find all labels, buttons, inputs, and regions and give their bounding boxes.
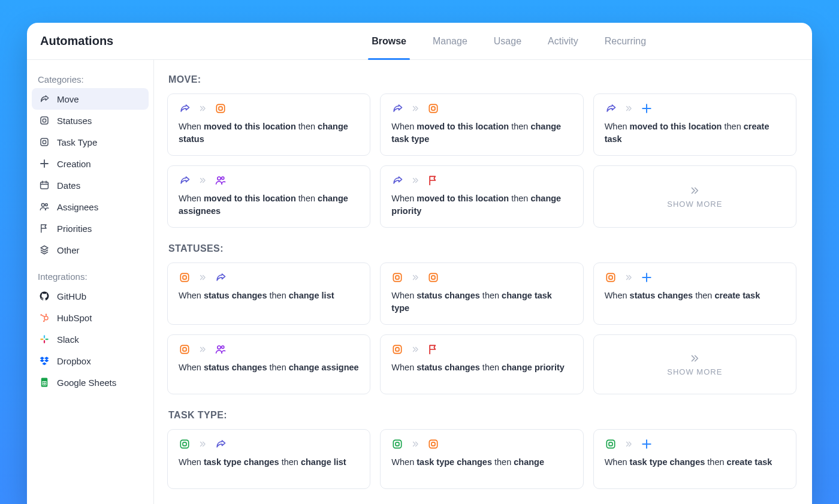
card-text: When status changes then change assignee xyxy=(179,361,359,374)
sidebar-item-google-sheets[interactable]: Google Sheets xyxy=(32,372,149,393)
chevron-right-icon xyxy=(409,174,421,186)
sidebar-item-creation[interactable]: Creation xyxy=(32,153,149,174)
show-more-button[interactable]: SHOW MORE xyxy=(593,334,796,394)
move-purple-icon xyxy=(179,102,191,114)
sidebar-item-label: Priorities xyxy=(57,224,92,234)
card-text-action: create task xyxy=(714,291,760,300)
card-icon-row xyxy=(391,343,572,355)
sidebar-item-label: GitHUb xyxy=(57,291,86,301)
tab-browse[interactable]: Browse xyxy=(372,23,406,59)
status-green-icon xyxy=(179,438,191,450)
status-orange-icon xyxy=(215,102,227,114)
card-icon-row xyxy=(179,438,359,450)
sidebar-item-hubspot[interactable]: HubSpot xyxy=(32,307,149,328)
sidebar-item-label: Statuses xyxy=(57,116,92,126)
move-icon xyxy=(39,93,50,104)
card-text: When status changes then change list xyxy=(179,289,359,302)
card-text-action: change priority xyxy=(502,363,565,372)
automation-card[interactable]: When status changes then create task xyxy=(593,262,796,325)
status-icon xyxy=(39,115,50,126)
sidebar-item-dates[interactable]: Dates xyxy=(32,174,149,196)
automation-card[interactable]: When task type changes then change xyxy=(380,429,583,489)
sidebar-item-label: Move xyxy=(57,94,79,104)
automation-card[interactable]: When moved to this location then change … xyxy=(167,165,370,228)
flag-icon xyxy=(39,223,50,234)
sidebar-item-slack[interactable]: Slack xyxy=(32,328,149,350)
automation-card[interactable]: When moved to this location then create … xyxy=(593,93,796,156)
card-text-trigger: task type changes xyxy=(630,457,705,467)
automation-card[interactable]: When task type changes then change list xyxy=(167,429,370,489)
card-text-mid: then xyxy=(279,457,301,467)
move-purple-icon xyxy=(179,174,191,186)
status-orange-icon xyxy=(391,343,403,355)
status-icon xyxy=(39,137,50,147)
card-text-prefix: When xyxy=(391,194,417,203)
show-more-button[interactable]: SHOW MORE xyxy=(593,165,796,228)
card-text-trigger: moved to this location xyxy=(630,122,722,131)
status-green-icon xyxy=(391,438,403,450)
sidebar-item-statuses[interactable]: Statuses xyxy=(32,110,149,131)
automation-card[interactable]: When status changes then change priority xyxy=(380,334,583,394)
card-icon-row xyxy=(179,343,359,355)
sidebar-item-move[interactable]: Move xyxy=(32,88,149,110)
page-title: Automations xyxy=(40,34,113,48)
flag-red-icon xyxy=(427,174,439,186)
sidebar-item-label: Dropbox xyxy=(57,356,91,366)
card-grid: When task type changes then change listW… xyxy=(167,429,796,489)
automation-card[interactable]: When moved to this location then change … xyxy=(380,165,583,228)
card-text: When moved to this location then change … xyxy=(391,192,572,218)
plus-icon xyxy=(39,158,50,169)
status-green-icon xyxy=(605,438,617,450)
plus-blue-icon xyxy=(641,102,653,114)
sidebar-item-dropbox[interactable]: Dropbox xyxy=(32,350,149,372)
tab-manage[interactable]: Manage xyxy=(433,23,467,59)
card-icon-row xyxy=(179,102,359,114)
chevron-right-icon xyxy=(623,271,635,283)
sidebar-item-github[interactable]: GitHUb xyxy=(32,285,149,307)
github-icon xyxy=(39,291,50,301)
sidebar-item-label: Google Sheets xyxy=(57,378,116,388)
sidebar-item-other[interactable]: Other xyxy=(32,239,149,261)
card-text: When task type changes then change xyxy=(391,456,572,469)
card-text-mid: then xyxy=(296,194,318,203)
card-text-prefix: When xyxy=(179,122,204,131)
card-text-trigger: task type changes xyxy=(417,457,492,467)
card-text-mid: then xyxy=(480,363,502,372)
sidebar-item-priorities[interactable]: Priorities xyxy=(32,218,149,239)
card-icon-row xyxy=(605,438,785,450)
automation-card[interactable]: When moved to this location then change … xyxy=(167,93,370,156)
tab-usage[interactable]: Usage xyxy=(494,23,521,59)
chevron-right-icon xyxy=(197,174,209,186)
card-text-prefix: When xyxy=(391,291,417,300)
chevron-right-icon xyxy=(197,102,209,114)
card-text: When moved to this location then change … xyxy=(179,120,359,146)
calendar-icon xyxy=(39,180,50,191)
automation-card[interactable]: When task type changes then create task xyxy=(593,429,796,489)
status-orange-icon xyxy=(605,271,617,283)
status-orange-icon xyxy=(427,102,439,114)
assignees-icon xyxy=(39,201,50,212)
sidebar-item-task-type[interactable]: Task Type xyxy=(32,131,149,153)
chevron-right-icon xyxy=(623,438,635,450)
automation-card[interactable]: When status changes then change assignee xyxy=(167,334,370,394)
card-text-mid: then xyxy=(693,291,714,300)
move-purple-icon xyxy=(391,102,403,114)
card-text-mid: then xyxy=(267,291,289,300)
tab-activity[interactable]: Activity xyxy=(548,23,578,59)
sidebar-item-assignees[interactable]: Assignees xyxy=(32,196,149,218)
automation-card[interactable]: When status changes then change list xyxy=(167,262,370,325)
card-text-mid: then xyxy=(267,363,289,372)
automation-card[interactable]: When moved to this location then change … xyxy=(380,93,583,156)
automation-card[interactable]: When status changes then change task typ… xyxy=(380,262,583,325)
tab-recurring[interactable]: Recurring xyxy=(605,23,646,59)
sidebar: Categories: MoveStatusesTask TypeCreatio… xyxy=(27,60,154,504)
status-orange-icon xyxy=(427,438,439,450)
card-text-trigger: status changes xyxy=(417,291,480,300)
card-text: When task type changes then change list xyxy=(179,456,359,469)
card-text-prefix: When xyxy=(179,363,204,372)
plus-blue-icon xyxy=(641,438,653,450)
header-tabs: BrowseManageUsageActivityRecurring xyxy=(264,23,646,59)
show-more-label: SHOW MORE xyxy=(667,200,722,209)
card-text-trigger: moved to this location xyxy=(417,194,509,203)
card-text-trigger: status changes xyxy=(630,291,693,300)
